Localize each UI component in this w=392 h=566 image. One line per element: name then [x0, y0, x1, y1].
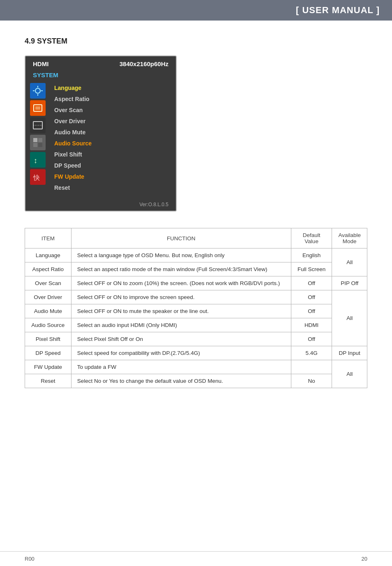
cell-mode: All: [332, 360, 367, 388]
cell-default: Off: [291, 332, 332, 346]
col-item: ITEM: [25, 228, 71, 248]
table-row: Pixel ShiftSelect Pixel Shift Off or OnO…: [25, 332, 367, 346]
osd-item-audio-source: Audio Source: [52, 138, 172, 149]
osd-icon-3: [29, 117, 47, 133]
svg-text:↕: ↕: [34, 156, 37, 165]
cell-item: DP Speed: [25, 346, 71, 360]
cell-default: [291, 360, 332, 374]
cell-function: Select OFF or ON to zoom (10%) the scree…: [71, 276, 291, 290]
svg-rect-7: [33, 122, 42, 129]
osd-icon-6: 快: [29, 169, 47, 185]
cell-item: Reset: [25, 374, 71, 388]
cell-default: Off: [291, 290, 332, 304]
osd-signal: HDMI: [33, 60, 48, 67]
table-row: FW UpdateTo update a FWAll: [25, 360, 367, 374]
cell-item: Aspect Ratio: [25, 262, 71, 276]
osd-menu-items: Language Aspect Ratio Over Scan Over Dri…: [50, 81, 176, 195]
osd-item-fw-update: FW Update: [52, 171, 172, 182]
section-heading: 4.9 SYSTEM: [25, 37, 367, 46]
table-row: ResetSelect No or Yes to change the defa…: [25, 374, 367, 388]
cell-mode: All: [332, 248, 367, 276]
svg-rect-10: [38, 138, 42, 142]
cell-default: 5.4G: [291, 346, 332, 360]
osd-header: HDMI 3840x2160p60Hz: [25, 56, 176, 70]
cell-function: Select Pixel Shift Off or On: [71, 332, 291, 346]
osd-icon-audiosource: 快: [30, 169, 46, 185]
osd-icon-language: [30, 83, 46, 99]
osd-item-aspect-ratio: Aspect Ratio: [52, 94, 172, 105]
cell-function: Select a language type of OSD Menu. But …: [71, 248, 291, 262]
cell-default: No: [291, 374, 332, 388]
cell-item: Pixel Shift: [25, 332, 71, 346]
cell-mode: DP Input: [332, 346, 367, 360]
cell-function: Select speed for compatibility with DP.(…: [71, 346, 291, 360]
header-bar: [ USER MANUAL ]: [0, 0, 392, 21]
footer-right: 20: [362, 556, 367, 562]
footer-left: R00: [25, 556, 35, 562]
osd-item-reset: Reset: [52, 182, 172, 193]
svg-rect-11: [33, 143, 37, 147]
col-mode: AvailableMode: [332, 228, 367, 248]
table-row: DP SpeedSelect speed for compatibility w…: [25, 346, 367, 360]
cell-default: Off: [291, 304, 332, 318]
osd-icon-2: [29, 100, 47, 116]
svg-point-0: [35, 88, 40, 93]
osd-icons-column: ↕ 快: [25, 81, 50, 195]
osd-icon-1: [29, 83, 47, 99]
osd-icon-overscan: [30, 117, 46, 133]
osd-item-language: Language: [52, 83, 172, 94]
cell-item: FW Update: [25, 360, 71, 374]
cell-default: English: [291, 248, 332, 262]
cell-item: Over Driver: [25, 290, 71, 304]
col-default: DefaultValue: [291, 228, 332, 248]
cell-item: Over Scan: [25, 276, 71, 290]
table-row: Over DriverSelect OFF or ON to improve t…: [25, 290, 367, 304]
table-row: Over ScanSelect OFF or ON to zoom (10%) …: [25, 276, 367, 290]
cell-item: Audio Mute: [25, 304, 71, 318]
osd-resolution: 3840x2160p60Hz: [120, 60, 168, 67]
osd-menu-box: HDMI 3840x2160p60Hz SYSTEM: [25, 55, 177, 212]
osd-item-dp-speed: DP Speed: [52, 160, 172, 171]
cell-function: Select an audio input HDMI (Only HDMI): [71, 318, 291, 332]
cell-mode: PIP Off: [332, 276, 367, 290]
svg-rect-9: [33, 138, 37, 142]
osd-icon-aspect: [30, 100, 46, 116]
cell-default: HDMI: [291, 318, 332, 332]
osd-icon-4: [29, 134, 47, 151]
cell-function: To update a FW: [71, 360, 291, 374]
svg-text:快: 快: [33, 174, 40, 181]
table-row: LanguageSelect a language type of OSD Me…: [25, 248, 367, 262]
osd-icon-5: ↕: [29, 152, 47, 168]
cell-item: Language: [25, 248, 71, 262]
header-title: [ USER MANUAL ]: [296, 5, 380, 16]
osd-system-label: SYSTEM: [25, 70, 176, 78]
table-row: Audio MuteSelect OFF or ON to mute the s…: [25, 304, 367, 318]
cell-mode: All: [332, 290, 367, 346]
system-table: ITEM FUNCTION DefaultValue AvailableMode…: [25, 228, 367, 388]
cell-default: Off: [291, 276, 332, 290]
osd-item-pixel-shift: Pixel Shift: [52, 149, 172, 160]
osd-icon-overdriver: [30, 135, 46, 150]
cell-function: Select No or Yes to change the default v…: [71, 374, 291, 388]
cell-function: Select an aspect ratio mode of the main …: [71, 262, 291, 276]
cell-function: Select OFF or ON to improve the screen s…: [71, 290, 291, 304]
svg-rect-6: [35, 106, 40, 110]
col-function: FUNCTION: [71, 228, 291, 248]
table-row: Audio SourceSelect an audio input HDMI (…: [25, 318, 367, 332]
cell-default: Full Screen: [291, 262, 332, 276]
osd-body: ↕ 快 Language Aspect Ratio Over S: [25, 78, 176, 199]
footer: R00 20: [0, 551, 392, 566]
table-row: Aspect RatioSelect an aspect ratio mode …: [25, 262, 367, 276]
osd-icon-audiomute: ↕: [30, 152, 46, 168]
osd-item-over-scan: Over Scan: [52, 105, 172, 116]
osd-version: Ver:O.8.L.0.5: [25, 199, 176, 211]
osd-item-audio-mute: Audio Mute: [52, 127, 172, 138]
osd-item-over-driver: Over Driver: [52, 116, 172, 127]
cell-function: Select OFF or ON to mute the speaker or …: [71, 304, 291, 318]
svg-rect-12: [38, 143, 42, 147]
cell-item: Audio Source: [25, 318, 71, 332]
